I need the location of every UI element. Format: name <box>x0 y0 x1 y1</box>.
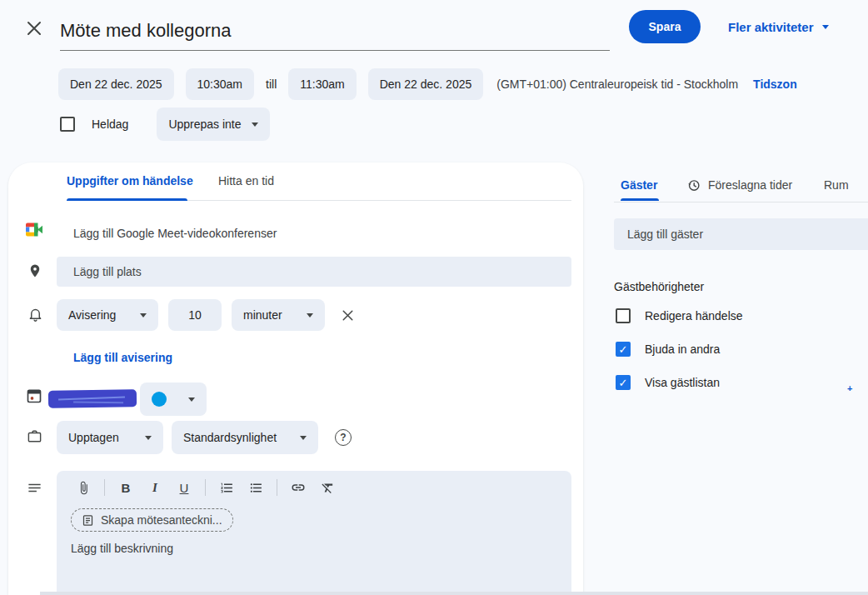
clear-formatting-icon[interactable] <box>319 478 336 497</box>
chevron-down-icon <box>300 436 307 440</box>
permission-row: Visa gästlistan <box>616 373 720 392</box>
tab-find-a-time[interactable]: Hitta en tid <box>218 174 274 188</box>
see-guest-list-checkbox[interactable] <box>616 375 631 390</box>
location-input[interactable]: Lägg till plats <box>57 257 571 287</box>
event-edit-page: Möte med kollegorna Spara Fler aktivitet… <box>0 0 868 595</box>
attach-file-icon[interactable] <box>75 478 92 497</box>
save-button[interactable]: Spara <box>629 10 701 43</box>
tab-suggested-times[interactable]: Föreslagna tider <box>708 178 792 192</box>
all-day-label: Heldag <box>92 118 128 131</box>
chevron-down-icon <box>307 313 313 318</box>
more-actions-label: Fler aktiviteter <box>728 20 814 34</box>
chevron-down-icon <box>822 25 829 29</box>
toolbar-divider <box>104 479 105 496</box>
document-icon <box>82 514 94 527</box>
formatting-toolbar: B I U <box>75 477 336 498</box>
calendar-color-swatch <box>152 392 167 407</box>
guest-permissions-title: Gästbehörigheter <box>614 280 704 293</box>
notification-type-value: Avisering <box>68 308 116 322</box>
chevron-down-icon <box>145 436 152 440</box>
event-title-input[interactable]: Möte med kollegorna <box>60 12 610 51</box>
invite-others-checkbox[interactable] <box>616 342 631 357</box>
tab-guests[interactable]: Gäster <box>621 178 657 192</box>
chevron-down-icon <box>188 398 195 402</box>
calendar-color-select[interactable] <box>140 382 207 416</box>
underline-button[interactable]: U <box>176 478 192 497</box>
more-actions-button[interactable]: Fler aktiviteter <box>721 14 836 39</box>
toolbar-divider <box>205 479 206 496</box>
permission-label: Visa gästlistan <box>645 376 720 389</box>
busy-status-select[interactable]: Upptagen <box>57 421 163 454</box>
tabs-divider <box>614 202 868 202</box>
bold-button[interactable]: B <box>117 478 134 497</box>
visibility-value: Standardsynlighet <box>183 431 277 444</box>
notification-amount-input[interactable]: 10 <box>168 299 222 331</box>
horizontal-scrollbar[interactable] <box>40 592 868 595</box>
close-button[interactable] <box>23 18 45 39</box>
end-date-chip[interactable]: Den 22 dec. 2025 <box>368 68 484 100</box>
options-row: Heldag Upprepas inte <box>60 108 270 141</box>
add-guests-input[interactable]: Lägg till gäster <box>614 218 868 250</box>
close-icon <box>26 20 42 37</box>
chevron-down-icon <box>252 122 258 127</box>
notification-row: Avisering 10 minuter <box>57 299 357 331</box>
visibility-select[interactable]: Standardsynlighet <box>172 421 318 454</box>
timezone-text: (GMT+01:00) Centraleuropeisk tid - Stock… <box>496 78 738 91</box>
permission-row: Redigera händelse <box>616 307 743 325</box>
timezone-link[interactable]: Tidszon <box>753 78 797 91</box>
google-meet-icon <box>24 219 44 239</box>
notification-unit-select[interactable]: minuter <box>232 299 325 331</box>
recurrence-value: Upprepas inte <box>168 118 241 131</box>
cursor-artifact: + <box>847 383 852 393</box>
tab-event-details[interactable]: Uppgifter om händelse <box>67 174 193 188</box>
create-meeting-notes-button[interactable]: Skapa mötesanteckni... <box>71 508 233 532</box>
all-day-checkbox[interactable] <box>60 117 75 132</box>
insert-link-icon[interactable] <box>290 478 307 497</box>
modify-event-checkbox[interactable] <box>616 308 631 323</box>
location-pin-icon <box>25 261 45 281</box>
busy-status-value: Upptagen <box>68 431 119 444</box>
description-input[interactable]: Lägg till beskrivning <box>71 542 173 555</box>
start-date-chip[interactable]: Den 22 dec. 2025 <box>58 68 174 100</box>
briefcase-icon <box>24 426 44 446</box>
end-time-chip[interactable]: 11:30am <box>288 68 356 100</box>
help-icon[interactable]: ? <box>335 429 352 446</box>
tab-rooms[interactable]: Rum <box>824 178 849 192</box>
active-tab-indicator <box>621 198 659 201</box>
description-section: B I U <box>57 471 571 595</box>
description-lines-icon <box>24 478 44 498</box>
italic-button[interactable]: I <box>147 478 163 497</box>
numbered-list-icon[interactable] <box>218 478 235 497</box>
permission-row: Bjuda in andra <box>616 340 720 358</box>
create-meeting-notes-label: Skapa mötesanteckni... <box>101 513 222 527</box>
permission-label: Bjuda in andra <box>645 342 720 356</box>
notification-type-select[interactable]: Avisering <box>57 299 158 331</box>
remove-notification-button[interactable] <box>338 306 357 324</box>
bell-icon <box>25 304 45 324</box>
time-separator-label: till <box>266 78 277 91</box>
chevron-down-icon <box>140 313 147 318</box>
suggested-times-history-icon[interactable] <box>686 178 701 192</box>
add-google-meet-button[interactable]: Lägg till Google Meet-videokonferenser <box>73 227 277 240</box>
add-notification-link[interactable]: Lägg till avisering <box>73 351 172 364</box>
recurrence-select[interactable]: Upprepas inte <box>157 108 269 141</box>
permission-label: Redigera händelse <box>645 309 743 322</box>
notification-unit-value: minuter <box>243 308 282 322</box>
calendar-icon <box>24 386 44 406</box>
toolbar-divider <box>277 479 277 496</box>
bulleted-list-icon[interactable] <box>247 478 264 497</box>
datetime-row: Den 22 dec. 2025 10:30am till 11:30am De… <box>58 68 797 100</box>
start-time-chip[interactable]: 10:30am <box>186 68 254 100</box>
event-details-card: Uppgifter om händelse Hitta en tid Lägg … <box>8 162 583 595</box>
redacted-calendar-name[interactable] <box>48 389 137 408</box>
active-tab-indicator <box>67 198 187 201</box>
close-icon <box>342 309 354 322</box>
